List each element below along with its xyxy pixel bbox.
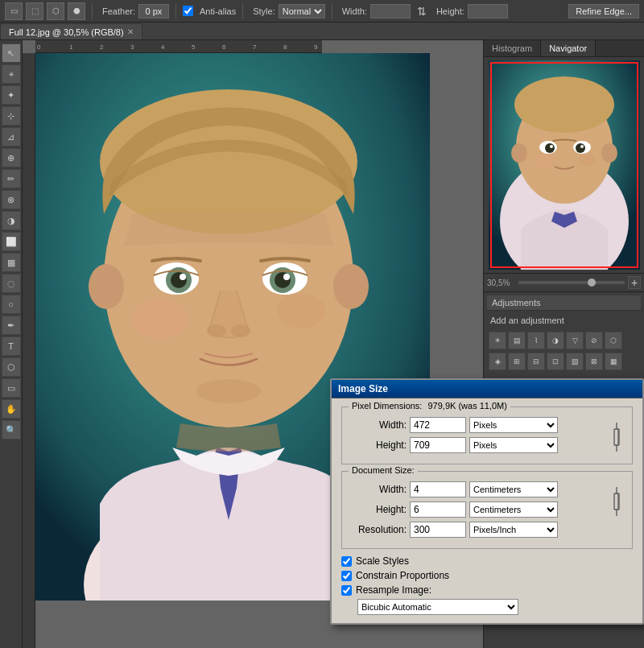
constrain-proportions-label[interactable]: Constrain Proportions	[356, 570, 449, 581]
shape-tool[interactable]: ▭	[2, 378, 21, 398]
add-adjustment-label: Add an adjustment	[487, 314, 641, 327]
gradient-map-icon[interactable]: ▦	[605, 353, 622, 370]
marquee-tool-icon[interactable]: ▭	[5, 2, 23, 20]
move-tool[interactable]: ↖	[2, 43, 21, 63]
svg-point-23	[511, 143, 527, 163]
horizontal-ruler: 0 1 2 3 4 5 6 7 8 9 10 11 12 13	[35, 40, 322, 53]
doc-height-unit-select[interactable]: Centimeters Inches Millimeters	[469, 501, 558, 518]
invert-icon[interactable]: ⊡	[547, 353, 564, 370]
gradient-tool[interactable]: ▦	[2, 253, 21, 272]
doc-width-input[interactable]	[410, 481, 466, 497]
resample-method-select[interactable]: Bicubic Automatic Bicubic Bilinear Neare…	[357, 599, 518, 615]
pixel-dimensions-label: Pixel Dimensions: 979,9K (was 11,0M)	[349, 401, 510, 411]
marquee-tool4-icon[interactable]: ⬣	[68, 2, 85, 20]
marquee-tool2-icon[interactable]: ⬚	[26, 2, 43, 20]
navigator-tab[interactable]: Navigator	[541, 40, 596, 56]
pixel-height-input[interactable]	[410, 437, 466, 453]
svg-point-17	[132, 299, 188, 339]
eyedropper-tool[interactable]: ⊿	[2, 127, 21, 147]
clone-tool[interactable]: ⊗	[2, 190, 21, 209]
pixel-dim-label-text: Pixel Dimensions:	[352, 401, 422, 411]
resample-image-label[interactable]: Resample Image:	[356, 584, 431, 596]
doc-height-input[interactable]	[410, 501, 466, 518]
scale-styles-checkbox[interactable]	[341, 556, 352, 567]
svg-point-31	[534, 154, 553, 168]
ruler-h-6: 6	[222, 43, 225, 51]
pixel-height-unit-select[interactable]: Pixels Percent	[469, 437, 558, 453]
levels-icon[interactable]: ▤	[508, 332, 526, 349]
tab-title: Full 12.jpg @ 30,5% (RGB/8)	[9, 27, 124, 37]
antialias-checkbox[interactable]	[183, 6, 193, 16]
zoom-in-icon[interactable]: +	[628, 276, 641, 289]
document-tab[interactable]: Full 12.jpg @ 30,5% (RGB/8) ✕	[0, 23, 142, 39]
resample-image-checkbox[interactable]	[341, 585, 352, 596]
doc-height-row: Height: Centimeters Inches Millimeters	[350, 501, 605, 518]
height-input[interactable]	[468, 4, 508, 19]
lasso-tool[interactable]: ⌖	[2, 64, 21, 84]
navigator-panel	[484, 57, 644, 274]
resolution-row: Resolution: Pixels/Inch Pixels/cm	[350, 522, 605, 538]
path-tool[interactable]: ⬡	[2, 357, 21, 377]
doc-width-unit-select[interactable]: Centimeters Inches Millimeters	[469, 481, 558, 497]
style-select[interactable]: Normal	[279, 4, 325, 19]
ruler-h-1: 1	[69, 43, 72, 51]
ruler-h-5: 5	[192, 43, 195, 51]
zoom-slider[interactable]	[518, 281, 625, 284]
blur-tool[interactable]: ◌	[2, 274, 21, 293]
zoom-tool[interactable]: 🔍	[2, 420, 21, 440]
ruler-h-7: 7	[253, 43, 256, 51]
healing-tool[interactable]: ⊕	[2, 148, 21, 167]
pixel-width-label: Width:	[350, 419, 407, 431]
channel-mixer-icon[interactable]: ⊞	[508, 353, 526, 370]
dodge-tool[interactable]: ○	[2, 295, 21, 314]
brush-tool[interactable]: ✏	[2, 169, 21, 188]
histogram-tab[interactable]: Histogram	[484, 40, 541, 56]
color-balance-icon[interactable]: ⬡	[605, 332, 622, 349]
posterize-icon[interactable]: ▧	[566, 353, 584, 370]
curves-icon[interactable]: ⌇	[527, 332, 545, 349]
brightness-contrast-icon[interactable]: ☀	[489, 332, 506, 349]
doc-width-row: Width: Centimeters Inches Millimeters	[350, 481, 605, 497]
history-tool[interactable]: ◑	[2, 211, 21, 230]
swap-icon[interactable]: ⇅	[414, 4, 430, 19]
svg-point-30	[580, 145, 584, 148]
constrain-proportions-checkbox[interactable]	[341, 571, 352, 581]
document-size-section: Document Size: Width: Centimeters Inches…	[341, 471, 633, 549]
scale-styles-label[interactable]: Scale Styles	[356, 555, 409, 567]
width-input[interactable]	[370, 4, 411, 19]
resample-image-row: Resample Image:	[341, 584, 633, 596]
resolution-unit-select[interactable]: Pixels/Inch Pixels/cm	[469, 522, 558, 538]
hand-tool[interactable]: ✋	[2, 399, 21, 419]
doc-size-label-title: Document Size:	[349, 465, 418, 475]
pixel-width-input[interactable]	[410, 417, 466, 433]
dialog-content: OK Cancel Auto... Pixel Dimensions: 979,…	[332, 398, 642, 623]
scale-styles-row: Scale Styles	[341, 555, 633, 567]
marquee-tool3-icon[interactable]: ⬡	[47, 2, 64, 20]
photo-filter-icon[interactable]: ◈	[489, 353, 506, 370]
pixel-width-unit-select[interactable]: Pixels Percent	[469, 417, 558, 433]
dialog-title-bar: Image Size	[332, 380, 642, 398]
doc-inputs-container: Width: Centimeters Inches Millimeters He…	[350, 481, 624, 538]
hue-saturation-icon[interactable]: ⊘	[585, 332, 603, 349]
threshold-icon[interactable]: ⊠	[585, 353, 603, 370]
sep2	[175, 3, 176, 19]
eraser-tool[interactable]: ⬜	[2, 232, 21, 251]
pixel-dimensions-section: Pixel Dimensions: 979,9K (was 11,0M) Wid…	[341, 407, 633, 464]
text-tool[interactable]: T	[2, 336, 21, 356]
zoom-percent-label: 30,5%	[487, 279, 515, 287]
zoom-slider-thumb[interactable]	[588, 279, 596, 287]
refine-edge-button[interactable]: Refine Edge...	[568, 4, 639, 19]
crop-tool[interactable]: ⊹	[2, 106, 21, 126]
svg-point-18	[277, 293, 325, 328]
pen-tool[interactable]: ✒	[2, 316, 21, 335]
ruler-h-4: 4	[161, 43, 164, 51]
feather-input[interactable]	[138, 4, 169, 19]
tab-close-icon[interactable]: ✕	[127, 27, 134, 36]
resolution-input[interactable]	[410, 522, 466, 538]
pixel-inputs-container: Width: Pixels Percent Height: Pixels Per…	[350, 417, 624, 453]
panel-tabs: Histogram Navigator	[484, 40, 644, 57]
color-lookup-icon[interactable]: ⊟	[527, 353, 545, 370]
magic-wand-tool[interactable]: ✦	[2, 85, 21, 105]
vibrance-icon[interactable]: ▽	[566, 332, 584, 349]
exposure-icon[interactable]: ◑	[547, 332, 564, 349]
